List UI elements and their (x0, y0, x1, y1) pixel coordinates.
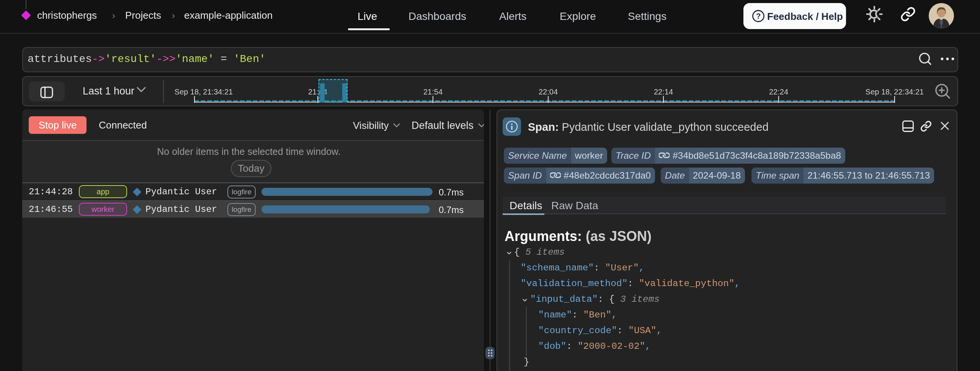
svg-text:?: ? (756, 12, 761, 20)
